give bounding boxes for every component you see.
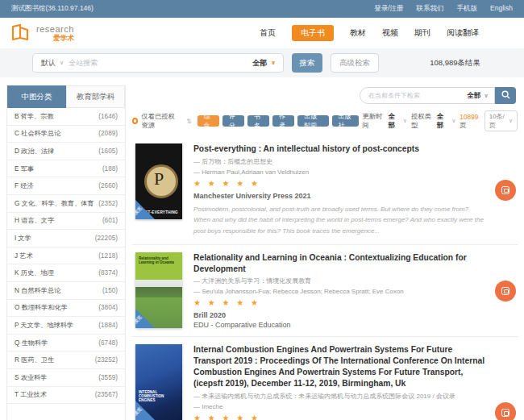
category-label: C 社会科学总论 (15, 129, 60, 138)
category-item[interactable]: J 艺术 (1218) (7, 247, 125, 265)
refine-search-button[interactable] (495, 87, 516, 104)
authorized-only-toggle[interactable]: 仅看已授权资源 (132, 112, 181, 130)
category-item[interactable]: R 医药、卫生 (23252) (7, 351, 125, 369)
rating-stars: ★ ★ ★ ★ ★ (193, 298, 485, 307)
add-to-shelf-button[interactable] (495, 281, 516, 301)
sort-tag[interactable]: 评分 (222, 115, 244, 127)
book-title[interactable]: Post-everything : An intellectual histor… (193, 143, 485, 155)
category-item[interactable]: B 哲学、宗教 (1646) (7, 108, 125, 126)
category-item[interactable]: F 经济 (2660) (7, 177, 125, 195)
chevron-down-icon: ∨ (60, 60, 64, 66)
sort-tag[interactable]: 出版社 (332, 115, 359, 127)
category-item[interactable]: E 军事 (188) (7, 160, 125, 178)
topbar-link[interactable]: 手机版 (457, 4, 478, 14)
category-count: (2089) (98, 130, 118, 137)
result-count: 108,989条结果 (430, 58, 492, 69)
category-count: (2660) (98, 182, 118, 189)
topbar-link[interactable]: 登录/注册 (374, 4, 403, 14)
topbar: 测试图书馆(36.110.97.146) 登录/注册联系我们手机版English (0, 0, 524, 18)
book-subtitle: — 后万物：后概念的思想史 (193, 157, 485, 166)
refine-search-input[interactable] (360, 92, 467, 99)
category-count: (188) (102, 165, 118, 173)
sidebar-tab[interactable]: 教育部学科 (66, 85, 125, 108)
category-count: (6748) (98, 339, 118, 347)
book-cover[interactable]: INTERNAL COMBUSTION ENGINES 预览 (135, 344, 182, 420)
book-cover[interactable]: Relationality and Learning in Oceania 预览 (135, 252, 182, 328)
book-category-link[interactable]: EDU - Comparative Education (193, 321, 485, 329)
category-label: H 语言、文字 (15, 216, 54, 225)
sort-tag[interactable]: 作者 (272, 115, 294, 127)
topbar-link[interactable]: English (490, 4, 513, 14)
category-item[interactable]: P 天文学、地球科学 (1884) (7, 317, 125, 335)
add-to-shelf-button[interactable] (495, 180, 516, 201)
category-count: (2352) (98, 200, 118, 207)
category-item[interactable]: I 文学 (22205) (7, 230, 125, 247)
category-count: (1218) (98, 252, 118, 260)
category-item[interactable]: Q 生物科学 (6748) (7, 335, 125, 352)
category-count: (1884) (98, 322, 118, 329)
sort-tag[interactable]: 出版时间 (297, 115, 328, 127)
nav-item[interactable]: 首页 (260, 25, 276, 41)
search-button[interactable]: 搜索 (292, 53, 322, 73)
category-item[interactable]: H 语言、文字 (601) (7, 213, 125, 231)
category-label: J 艺术 (15, 252, 33, 260)
refine-scope-dropdown[interactable]: 全部 ∨ (467, 91, 494, 101)
category-item[interactable]: K 历史、地理 (8374) (7, 264, 125, 282)
category-item[interactable]: N 自然科学总论 (150) (7, 282, 125, 300)
sort-tag[interactable]: 综合 (198, 115, 219, 127)
sort-tag[interactable]: 书名 (247, 115, 269, 127)
category-item[interactable]: S 农业科学 (3559) (7, 369, 125, 387)
logo-text: research 爱学术 (36, 25, 74, 42)
nav-item[interactable]: 教材 (350, 25, 366, 41)
auth-type-value[interactable]: 全部 (437, 112, 447, 130)
book-subtitle: — 大洋洲的关系与学习：情境化发展教育 (193, 277, 485, 285)
logo-cn: 爱学术 (53, 35, 74, 42)
book-title[interactable]: Relationality and Learning in Oceania : … (193, 252, 485, 275)
open-book-icon (11, 24, 32, 42)
nav-item[interactable]: 视频 (382, 25, 398, 41)
topbar-link[interactable]: 联系我们 (417, 4, 444, 14)
book-cover[interactable]: POST-EVERYTHING 预览 (135, 143, 182, 219)
page-body: 中图分类教育部学科 B 哲学、宗教 (1646) C 社会科学总论 (2089)… (0, 77, 524, 420)
page-size-value: 10条/页 (489, 112, 505, 130)
sidebar-tab[interactable]: 中图分类 (7, 85, 66, 108)
category-list: B 哲学、宗教 (1646) C 社会科学总论 (2089) D 政治、法律 (… (7, 108, 125, 404)
chevron-down-icon: ∨ (451, 118, 455, 124)
book-info: Post-everything : An intellectual histor… (193, 143, 516, 237)
page-total: 10899页 (460, 113, 480, 130)
book-title[interactable]: Internal Combustion Engines And Powertra… (193, 344, 485, 389)
advanced-search-button[interactable]: 高级检索 (331, 53, 379, 73)
category-item[interactable]: T 工业技术 (23567) (7, 387, 125, 405)
logo[interactable]: research 爱学术 (11, 24, 74, 42)
category-label: T 工业技术 (15, 390, 47, 399)
global-search-row: 默认 ∨ 全部 ∨ 搜索 高级检索 108,989条结果 (0, 48, 524, 77)
category-label: I 文学 (15, 234, 31, 243)
category-item[interactable]: G 文化、科学、教育、体育 (2352) (7, 195, 125, 213)
filter-row: 仅看已授权资源 ⇅ 综合评分书名作者出版时间出版社 更新时间 全部 ∨ 授权类型… (132, 110, 518, 131)
book-item: INTERNAL COMBUSTION ENGINES 预览 Internal … (132, 337, 518, 420)
category-item[interactable]: C 社会科学总论 (2089) (7, 126, 125, 143)
category-count: (3804) (98, 304, 118, 311)
category-label: S 农业科学 (15, 373, 48, 382)
book-list: POST-EVERYTHING 预览 Post-everything : An … (132, 136, 518, 420)
nav-item[interactable]: 电子书 (292, 25, 334, 41)
page-size-select[interactable]: 10条/页 ∨ (484, 110, 518, 131)
category-label: B 哲学、宗教 (15, 112, 54, 121)
library-name: 测试图书馆(36.110.97.146) (11, 4, 94, 14)
nav-item[interactable]: 期刊 (414, 25, 430, 41)
update-time-value[interactable]: 全部 (388, 112, 398, 130)
collect-icon (501, 409, 509, 417)
category-item[interactable]: D 政治、法律 (1605) (7, 143, 125, 160)
collect-icon (501, 287, 509, 295)
category-label: Q 生物科学 (15, 339, 48, 347)
search-scope-dropdown[interactable]: 默认 ∨ (33, 58, 69, 69)
category-label: R 医药、卫生 (15, 356, 54, 364)
search-field-dropdown[interactable]: 全部 ∨ (252, 58, 283, 69)
global-search-input[interactable] (69, 59, 252, 67)
book-item: Relationality and Learning in Oceania 预览… (132, 245, 518, 338)
category-item[interactable]: O 数理科学和化学 (3804) (7, 300, 125, 318)
logo-en: research (36, 25, 74, 34)
add-to-shelf-button[interactable] (495, 402, 516, 420)
nav-item[interactable]: 阅读翻译 (447, 25, 479, 41)
category-count: (150) (102, 287, 118, 294)
